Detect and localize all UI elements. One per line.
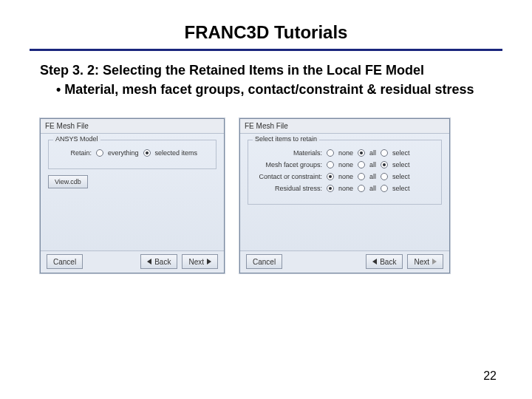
opt-all: all — [369, 185, 376, 192]
ansys-model-group: ANSYS Model Retain: everything selected … — [48, 140, 216, 169]
dialog-panels: FE Mesh File ANSYS Model Retain: everyth… — [30, 118, 502, 273]
opt-none: none — [338, 149, 353, 157]
radio-mesh-select[interactable] — [381, 161, 388, 168]
opt-all: all — [369, 149, 376, 157]
radio-mesh-none[interactable] — [327, 161, 334, 168]
fe-mesh-file-dialog-2: FE Mesh File Select items to retain Mate… — [239, 118, 450, 273]
opt-none: none — [338, 161, 353, 168]
back-label: Back — [380, 258, 396, 266]
opt-none: none — [338, 173, 353, 180]
chevron-right-icon — [207, 259, 211, 265]
back-button[interactable]: Back — [366, 254, 403, 269]
chevron-right-icon — [432, 259, 437, 265]
retain-label: Retain: — [55, 149, 92, 157]
opt-everything: everything — [108, 149, 139, 157]
opt-all: all — [369, 173, 376, 180]
step-heading: Step 3. 2: Selecting the Retained Items … — [30, 61, 502, 79]
select-items-group: Select items to retain Materials: none a… — [248, 140, 442, 205]
back-button[interactable]: Back — [140, 254, 177, 269]
chevron-left-icon — [147, 259, 151, 265]
radio-contact-all[interactable] — [358, 173, 365, 180]
page-title: FRANC3D Tutorials — [30, 15, 502, 51]
radio-everything[interactable] — [96, 149, 103, 157]
residual-label: Residual stress: — [254, 185, 322, 192]
chevron-left-icon — [372, 259, 377, 265]
radio-residual-all[interactable] — [358, 185, 365, 192]
materials-label: Materials: — [254, 149, 322, 157]
radio-mesh-all[interactable] — [358, 161, 365, 168]
opt-select: select — [392, 149, 410, 157]
back-label: Back — [154, 258, 171, 266]
view-cdb-button[interactable]: View.cdb — [48, 175, 88, 188]
group-label: Select items to retain — [253, 135, 319, 143]
mesh-label: Mesh facet groups: — [254, 161, 322, 168]
cancel-button[interactable]: Cancel — [246, 254, 282, 269]
opt-none: none — [338, 185, 353, 192]
group-label: ANSYS Model — [53, 135, 100, 143]
next-label: Next — [188, 258, 204, 266]
contact-label: Contact or constraint: — [254, 173, 322, 180]
opt-selected-items: selected items — [155, 149, 198, 157]
dialog-title: FE Mesh File — [240, 119, 449, 134]
opt-select: select — [392, 161, 410, 168]
fe-mesh-file-dialog-1: FE Mesh File ANSYS Model Retain: everyth… — [40, 118, 225, 273]
opt-select: select — [392, 173, 410, 180]
next-label: Next — [414, 258, 429, 266]
radio-materials-select[interactable] — [381, 149, 388, 157]
dialog-title: FE Mesh File — [41, 119, 224, 134]
radio-residual-none[interactable] — [327, 185, 334, 192]
next-button[interactable]: Next — [407, 254, 443, 269]
radio-materials-all[interactable] — [358, 149, 365, 157]
radio-selected-items[interactable] — [143, 149, 151, 157]
radio-contact-select[interactable] — [381, 173, 388, 180]
opt-all: all — [369, 161, 376, 168]
radio-residual-select[interactable] — [381, 185, 388, 192]
cancel-button[interactable]: Cancel — [47, 254, 83, 269]
page-number: 22 — [483, 369, 497, 383]
radio-materials-none[interactable] — [327, 149, 334, 157]
radio-contact-none[interactable] — [327, 173, 334, 180]
step-bullet: Material, mesh facet groups, contact/con… — [30, 81, 502, 98]
opt-select: select — [392, 185, 410, 192]
next-button[interactable]: Next — [182, 254, 218, 269]
